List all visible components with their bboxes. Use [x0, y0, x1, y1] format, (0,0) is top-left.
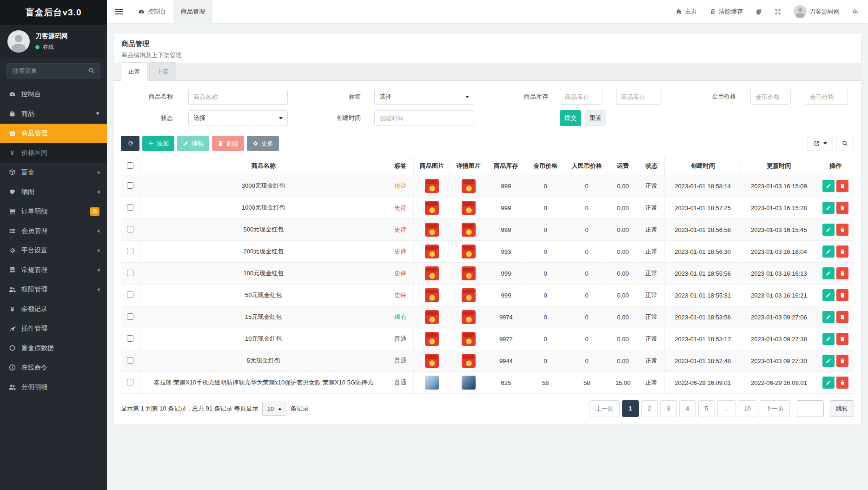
sidebar-item[interactable]: 分佣明细 [0, 377, 107, 397]
row-checkbox[interactable] [127, 248, 133, 254]
next-page-button[interactable]: 下一页 [760, 400, 790, 417]
sidebar-item[interactable]: 晒图 [0, 182, 107, 202]
page-button[interactable]: 1 [622, 400, 639, 417]
edit-row-button[interactable] [822, 311, 835, 323]
edit-row-button[interactable] [822, 180, 835, 192]
filter-status-select[interactable]: 选择 [188, 110, 288, 126]
filter-gold-max-input[interactable] [805, 89, 848, 105]
topbar-tab[interactable]: 商品管理 [173, 0, 212, 23]
row-checkbox[interactable] [127, 182, 133, 189]
fullscreen-icon[interactable] [775, 8, 781, 15]
menu-search-input[interactable] [7, 63, 100, 79]
more-button[interactable]: 更多 [247, 136, 279, 151]
row-checkbox[interactable] [127, 335, 133, 342]
delete-row-button[interactable] [836, 245, 848, 258]
sidebar-item[interactable]: 商品 [0, 104, 107, 124]
clear-cache-link[interactable]: 清除缓存 [709, 7, 743, 16]
settings-gears-icon[interactable] [852, 8, 859, 15]
delete-row-button[interactable] [836, 289, 848, 301]
product-image[interactable] [425, 266, 439, 280]
sidebar-item[interactable]: 平台设置 [0, 241, 107, 260]
jump-button[interactable]: 跳转 [830, 400, 854, 417]
page-button[interactable]: 3 [660, 400, 677, 417]
product-image[interactable] [425, 354, 439, 368]
status-tab[interactable]: 下架 [149, 62, 176, 80]
page-size-select[interactable]: 10 [262, 402, 286, 416]
sidebar-item[interactable]: 订单明细新 [0, 202, 107, 221]
search-toggle-button[interactable] [836, 136, 854, 151]
row-checkbox[interactable] [127, 270, 133, 276]
edit-row-button[interactable] [822, 289, 835, 301]
row-checkbox[interactable] [127, 204, 133, 211]
jump-page-input[interactable] [797, 400, 824, 417]
filter-stock-max-input[interactable] [616, 89, 662, 105]
topbar-user[interactable]: 刀客源码网 [794, 5, 840, 18]
detail-image[interactable] [462, 354, 476, 368]
sidebar-item[interactable]: 盲盒 [0, 163, 107, 182]
product-image[interactable] [425, 245, 439, 258]
app-logo[interactable]: 盲盒后台v3.0 [0, 0, 107, 25]
export-button[interactable] [808, 136, 833, 151]
filter-tag-select[interactable]: 选择 [374, 89, 474, 105]
page-button[interactable]: ... [717, 400, 735, 417]
edit-row-button[interactable] [822, 245, 835, 258]
sidebar-item[interactable]: 会员管理 [0, 221, 107, 241]
product-image[interactable] [425, 376, 439, 390]
sidebar-item[interactable]: 在线命令 [0, 358, 107, 377]
add-button[interactable]: 添加 [142, 136, 174, 151]
page-button[interactable]: 2 [641, 400, 658, 417]
page-button[interactable]: 5 [698, 400, 715, 417]
detail-image[interactable] [462, 245, 476, 258]
sidebar-item[interactable]: 插件管理 [0, 319, 107, 338]
edit-button[interactable]: 编辑 [177, 136, 209, 151]
filter-created-input[interactable] [374, 110, 474, 126]
row-checkbox[interactable] [127, 226, 133, 232]
delete-row-button[interactable] [836, 311, 848, 323]
delete-row-button[interactable] [836, 180, 848, 192]
page-button[interactable]: 4 [679, 400, 696, 417]
edit-row-button[interactable] [822, 377, 835, 389]
edit-row-button[interactable] [822, 355, 835, 367]
status-tab[interactable]: 正常 [121, 62, 148, 81]
detail-image[interactable] [462, 179, 476, 193]
sidebar-item[interactable]: ¥余额记录 [0, 299, 107, 319]
topbar-tab[interactable]: 控制台 [131, 0, 173, 23]
product-image[interactable] [425, 332, 439, 346]
edit-row-button[interactable] [822, 224, 835, 236]
edit-row-button[interactable] [822, 267, 835, 279]
row-checkbox[interactable] [127, 313, 133, 320]
select-all-checkbox[interactable] [127, 162, 133, 169]
sidebar-item[interactable]: 盲盒假数据 [0, 338, 107, 358]
detail-image[interactable] [462, 223, 476, 237]
sidebar-item[interactable]: 常规管理 [0, 260, 107, 280]
edit-row-button[interactable] [822, 202, 835, 214]
delete-row-button[interactable] [836, 202, 848, 214]
row-checkbox[interactable] [127, 357, 133, 364]
delete-row-button[interactable] [836, 333, 848, 345]
delete-row-button[interactable] [836, 224, 848, 236]
row-checkbox[interactable] [127, 291, 133, 298]
avatar[interactable] [7, 30, 30, 53]
sidebar-item[interactable]: ¥价格区间 [0, 143, 107, 163]
home-link[interactable]: 主页 [676, 7, 697, 16]
product-image[interactable] [425, 223, 439, 237]
sidebar-item[interactable]: 控制台 [0, 85, 107, 104]
hamburger-icon[interactable] [107, 7, 131, 16]
detail-image[interactable] [462, 288, 476, 302]
detail-image[interactable] [462, 201, 476, 215]
product-image[interactable] [425, 179, 439, 193]
sidebar-item[interactable]: 商品管理 [0, 124, 107, 143]
delete-row-button[interactable] [836, 377, 848, 389]
edit-row-button[interactable] [822, 333, 835, 345]
reset-button[interactable]: 重置 [585, 110, 606, 126]
row-checkbox[interactable] [127, 379, 133, 385]
delete-button[interactable]: 删除 [212, 136, 244, 151]
detail-image[interactable] [462, 266, 476, 280]
filter-gold-min-input[interactable] [750, 89, 791, 105]
submit-button[interactable]: 提交 [560, 110, 581, 126]
filter-stock-min-input[interactable] [560, 89, 603, 105]
filter-name-input[interactable] [188, 89, 288, 105]
delete-row-button[interactable] [836, 267, 848, 279]
product-image[interactable] [425, 310, 439, 324]
delete-row-button[interactable] [836, 355, 848, 367]
